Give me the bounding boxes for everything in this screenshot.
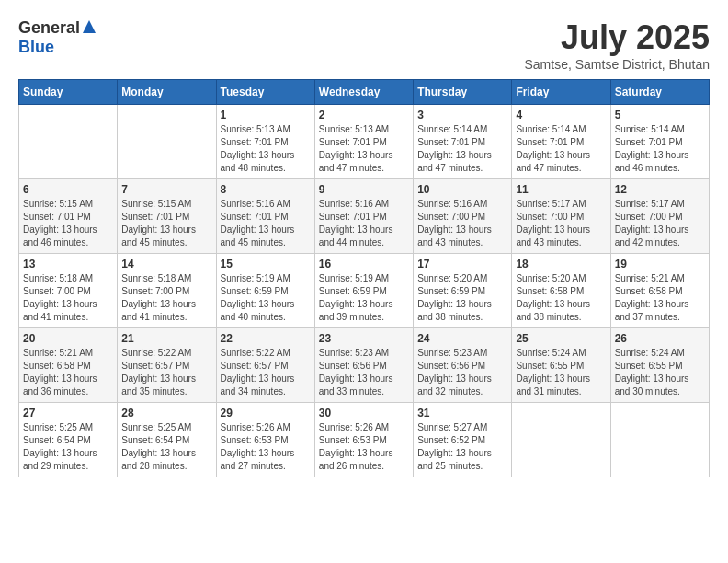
calendar-cell: 4Sunrise: 5:14 AMSunset: 7:01 PMDaylight… <box>512 105 610 179</box>
day-info: Sunrise: 5:23 AMSunset: 6:56 PMDaylight:… <box>319 347 409 398</box>
calendar-cell: 24Sunrise: 5:23 AMSunset: 6:56 PMDayligh… <box>414 328 512 403</box>
day-number: 17 <box>417 258 507 270</box>
month-title: July 2025 <box>524 18 710 57</box>
calendar-cell: 29Sunrise: 5:26 AMSunset: 6:53 PMDayligh… <box>216 403 314 477</box>
day-info: Sunrise: 5:17 AMSunset: 7:00 PMDaylight:… <box>615 198 705 249</box>
calendar-header-wednesday: Wednesday <box>314 80 413 105</box>
day-number: 12 <box>615 183 705 196</box>
calendar-cell: 17Sunrise: 5:20 AMSunset: 6:59 PMDayligh… <box>414 254 512 328</box>
calendar-cell: 22Sunrise: 5:22 AMSunset: 6:57 PMDayligh… <box>216 328 314 403</box>
day-number: 7 <box>121 183 211 196</box>
day-info: Sunrise: 5:22 AMSunset: 6:57 PMDaylight:… <box>221 347 311 398</box>
day-info: Sunrise: 5:20 AMSunset: 6:59 PMDaylight:… <box>417 272 507 324</box>
day-number: 24 <box>417 332 507 345</box>
day-info: Sunrise: 5:22 AMSunset: 6:57 PMDaylight:… <box>121 347 211 398</box>
day-info: Sunrise: 5:19 AMSunset: 6:59 PMDaylight:… <box>319 272 409 324</box>
logo-general: General <box>18 18 80 38</box>
calendar-header-sunday: Sunday <box>19 80 118 105</box>
calendar-week-row: 13Sunrise: 5:18 AMSunset: 7:00 PMDayligh… <box>19 254 710 328</box>
day-info: Sunrise: 5:15 AMSunset: 7:01 PMDaylight:… <box>121 198 211 249</box>
day-info: Sunrise: 5:25 AMSunset: 6:54 PMDaylight:… <box>23 421 113 473</box>
location-subtitle: Samtse, Samtse District, Bhutan <box>524 57 710 72</box>
day-number: 22 <box>221 332 311 345</box>
day-number: 20 <box>23 332 113 345</box>
logo-blue: Blue <box>18 38 54 56</box>
calendar-cell: 20Sunrise: 5:21 AMSunset: 6:58 PMDayligh… <box>19 328 118 403</box>
day-number: 3 <box>417 109 507 121</box>
day-info: Sunrise: 5:16 AMSunset: 7:01 PMDaylight:… <box>221 198 311 249</box>
day-number: 14 <box>121 258 211 270</box>
day-number: 27 <box>23 407 113 419</box>
day-info: Sunrise: 5:24 AMSunset: 6:55 PMDaylight:… <box>615 347 705 398</box>
day-info: Sunrise: 5:14 AMSunset: 7:01 PMDaylight:… <box>615 123 705 175</box>
day-info: Sunrise: 5:18 AMSunset: 7:00 PMDaylight:… <box>23 272 113 324</box>
day-info: Sunrise: 5:17 AMSunset: 7:00 PMDaylight:… <box>516 198 606 249</box>
day-number: 29 <box>221 407 311 419</box>
day-number: 15 <box>221 258 311 270</box>
calendar-cell: 12Sunrise: 5:17 AMSunset: 7:00 PMDayligh… <box>610 179 709 254</box>
day-number: 10 <box>417 183 507 196</box>
day-info: Sunrise: 5:18 AMSunset: 7:00 PMDaylight:… <box>121 272 211 324</box>
calendar-cell <box>19 105 118 179</box>
day-number: 23 <box>319 332 409 345</box>
calendar-cell: 7Sunrise: 5:15 AMSunset: 7:01 PMDaylight… <box>118 179 216 254</box>
calendar-header-thursday: Thursday <box>414 80 512 105</box>
calendar-cell: 9Sunrise: 5:16 AMSunset: 7:01 PMDaylight… <box>314 179 413 254</box>
day-number: 2 <box>319 109 409 121</box>
calendar-cell: 1Sunrise: 5:13 AMSunset: 7:01 PMDaylight… <box>216 105 314 179</box>
day-number: 1 <box>221 109 311 121</box>
calendar-cell: 30Sunrise: 5:26 AMSunset: 6:53 PMDayligh… <box>314 403 413 477</box>
calendar-header-saturday: Saturday <box>610 80 709 105</box>
day-number: 18 <box>516 258 606 270</box>
calendar-body: 1Sunrise: 5:13 AMSunset: 7:01 PMDaylight… <box>19 105 710 477</box>
calendar-header-tuesday: Tuesday <box>216 80 314 105</box>
calendar-cell: 2Sunrise: 5:13 AMSunset: 7:01 PMDaylight… <box>314 105 413 179</box>
day-number: 26 <box>615 332 705 345</box>
calendar-cell <box>118 105 216 179</box>
day-info: Sunrise: 5:21 AMSunset: 6:58 PMDaylight:… <box>615 272 705 324</box>
calendar-cell: 28Sunrise: 5:25 AMSunset: 6:54 PMDayligh… <box>118 403 216 477</box>
day-number: 16 <box>319 258 409 270</box>
day-number: 9 <box>319 183 409 196</box>
day-number: 13 <box>23 258 113 270</box>
day-info: Sunrise: 5:21 AMSunset: 6:58 PMDaylight:… <box>23 347 113 398</box>
day-number: 25 <box>516 332 606 345</box>
day-number: 19 <box>615 258 705 270</box>
calendar-cell: 5Sunrise: 5:14 AMSunset: 7:01 PMDaylight… <box>610 105 709 179</box>
day-number: 11 <box>516 183 606 196</box>
calendar-week-row: 1Sunrise: 5:13 AMSunset: 7:01 PMDaylight… <box>19 105 710 179</box>
calendar-week-row: 27Sunrise: 5:25 AMSunset: 6:54 PMDayligh… <box>19 403 710 477</box>
day-info: Sunrise: 5:14 AMSunset: 7:01 PMDaylight:… <box>417 123 507 175</box>
calendar-week-row: 6Sunrise: 5:15 AMSunset: 7:01 PMDaylight… <box>19 179 710 254</box>
calendar-week-row: 20Sunrise: 5:21 AMSunset: 6:58 PMDayligh… <box>19 328 710 403</box>
day-info: Sunrise: 5:24 AMSunset: 6:55 PMDaylight:… <box>516 347 606 398</box>
day-info: Sunrise: 5:26 AMSunset: 6:53 PMDaylight:… <box>221 421 311 473</box>
calendar-cell: 10Sunrise: 5:16 AMSunset: 7:00 PMDayligh… <box>414 179 512 254</box>
calendar-header-friday: Friday <box>512 80 610 105</box>
calendar-cell: 21Sunrise: 5:22 AMSunset: 6:57 PMDayligh… <box>118 328 216 403</box>
day-info: Sunrise: 5:19 AMSunset: 6:59 PMDaylight:… <box>221 272 311 324</box>
title-block: July 2025 Samtse, Samtse District, Bhuta… <box>524 18 710 72</box>
day-number: 30 <box>319 407 409 419</box>
day-number: 8 <box>221 183 311 196</box>
calendar-cell <box>610 403 709 477</box>
day-info: Sunrise: 5:26 AMSunset: 6:53 PMDaylight:… <box>319 421 409 473</box>
calendar-cell: 6Sunrise: 5:15 AMSunset: 7:01 PMDaylight… <box>19 179 118 254</box>
calendar-cell: 14Sunrise: 5:18 AMSunset: 7:00 PMDayligh… <box>118 254 216 328</box>
day-info: Sunrise: 5:16 AMSunset: 7:00 PMDaylight:… <box>417 198 507 249</box>
day-info: Sunrise: 5:23 AMSunset: 6:56 PMDaylight:… <box>417 347 507 398</box>
calendar-cell: 13Sunrise: 5:18 AMSunset: 7:00 PMDayligh… <box>19 254 118 328</box>
calendar-cell: 11Sunrise: 5:17 AMSunset: 7:00 PMDayligh… <box>512 179 610 254</box>
day-number: 5 <box>615 109 705 121</box>
day-info: Sunrise: 5:25 AMSunset: 6:54 PMDaylight:… <box>121 421 211 473</box>
day-info: Sunrise: 5:27 AMSunset: 6:52 PMDaylight:… <box>417 421 507 473</box>
day-info: Sunrise: 5:20 AMSunset: 6:58 PMDaylight:… <box>516 272 606 324</box>
calendar-cell: 15Sunrise: 5:19 AMSunset: 6:59 PMDayligh… <box>216 254 314 328</box>
day-number: 4 <box>516 109 606 121</box>
calendar-cell: 25Sunrise: 5:24 AMSunset: 6:55 PMDayligh… <box>512 328 610 403</box>
calendar-table: SundayMondayTuesdayWednesdayThursdayFrid… <box>18 79 710 477</box>
page-header: General Blue July 2025 Samtse, Samtse Di… <box>18 18 710 72</box>
logo: General Blue <box>18 18 96 57</box>
calendar-header-row: SundayMondayTuesdayWednesdayThursdayFrid… <box>19 80 710 105</box>
logo-triangle-icon <box>83 20 96 37</box>
